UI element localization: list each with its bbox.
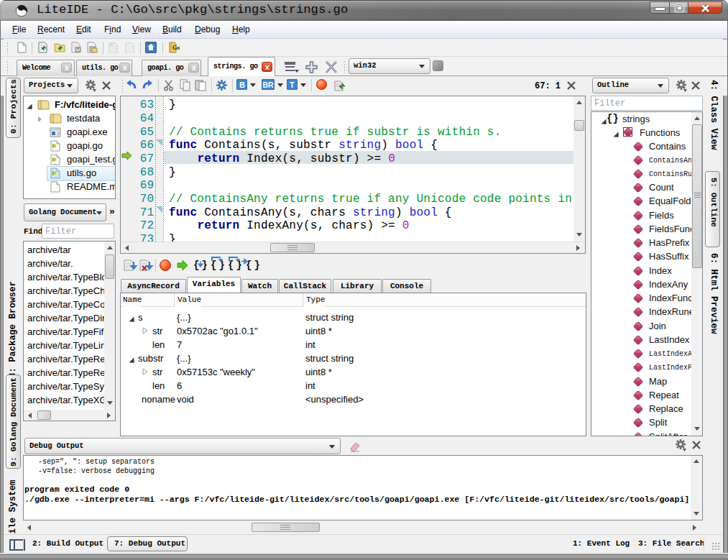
svg-text:BR: BR [263,81,275,89]
svg-text:Go: Go [172,45,180,51]
svg-text:T: T [290,81,295,89]
svg-text:B: B [239,81,245,89]
